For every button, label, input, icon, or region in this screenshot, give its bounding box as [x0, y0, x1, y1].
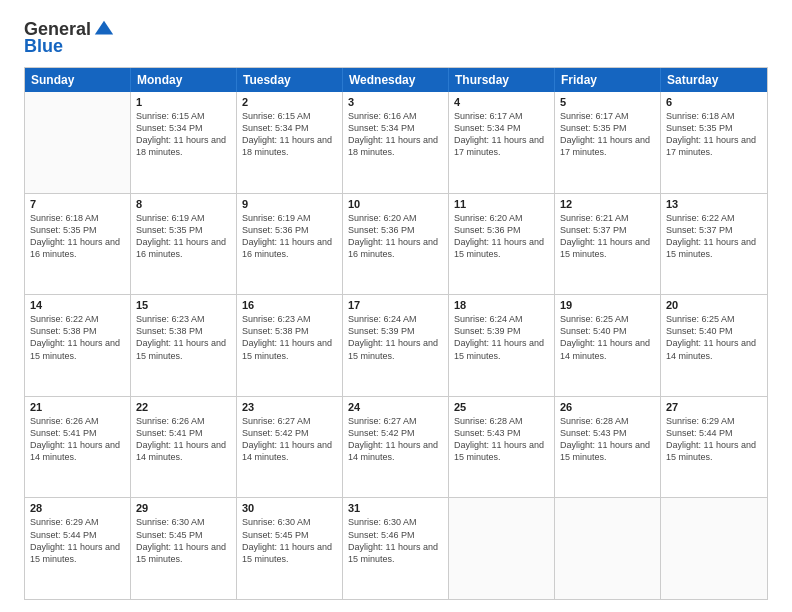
empty-cell — [661, 498, 767, 599]
day-cell-27: 27Sunrise: 6:29 AMSunset: 5:44 PMDayligh… — [661, 397, 767, 498]
calendar-header: SundayMondayTuesdayWednesdayThursdayFrid… — [25, 68, 767, 92]
day-cell-2: 2Sunrise: 6:15 AMSunset: 5:34 PMDaylight… — [237, 92, 343, 193]
day-cell-1: 1Sunrise: 6:15 AMSunset: 5:34 PMDaylight… — [131, 92, 237, 193]
calendar-row-2: 7Sunrise: 6:18 AMSunset: 5:35 PMDaylight… — [25, 194, 767, 296]
day-number: 16 — [242, 299, 337, 311]
calendar-row-1: 1Sunrise: 6:15 AMSunset: 5:34 PMDaylight… — [25, 92, 767, 194]
svg-marker-0 — [95, 21, 113, 35]
day-number: 2 — [242, 96, 337, 108]
day-info: Sunrise: 6:22 AMSunset: 5:37 PMDaylight:… — [666, 212, 762, 261]
empty-cell — [25, 92, 131, 193]
day-info: Sunrise: 6:25 AMSunset: 5:40 PMDaylight:… — [560, 313, 655, 362]
logo-blue: Blue — [24, 36, 63, 57]
day-info: Sunrise: 6:30 AMSunset: 5:45 PMDaylight:… — [242, 516, 337, 565]
day-cell-25: 25Sunrise: 6:28 AMSunset: 5:43 PMDayligh… — [449, 397, 555, 498]
day-cell-5: 5Sunrise: 6:17 AMSunset: 5:35 PMDaylight… — [555, 92, 661, 193]
day-number: 8 — [136, 198, 231, 210]
day-cell-23: 23Sunrise: 6:27 AMSunset: 5:42 PMDayligh… — [237, 397, 343, 498]
day-cell-31: 31Sunrise: 6:30 AMSunset: 5:46 PMDayligh… — [343, 498, 449, 599]
day-info: Sunrise: 6:23 AMSunset: 5:38 PMDaylight:… — [136, 313, 231, 362]
day-cell-15: 15Sunrise: 6:23 AMSunset: 5:38 PMDayligh… — [131, 295, 237, 396]
day-cell-14: 14Sunrise: 6:22 AMSunset: 5:38 PMDayligh… — [25, 295, 131, 396]
day-cell-20: 20Sunrise: 6:25 AMSunset: 5:40 PMDayligh… — [661, 295, 767, 396]
day-number: 18 — [454, 299, 549, 311]
day-number: 10 — [348, 198, 443, 210]
day-number: 12 — [560, 198, 655, 210]
empty-cell — [449, 498, 555, 599]
day-info: Sunrise: 6:17 AMSunset: 5:34 PMDaylight:… — [454, 110, 549, 159]
day-number: 21 — [30, 401, 125, 413]
day-number: 20 — [666, 299, 762, 311]
day-info: Sunrise: 6:18 AMSunset: 5:35 PMDaylight:… — [30, 212, 125, 261]
day-number: 4 — [454, 96, 549, 108]
day-number: 1 — [136, 96, 231, 108]
day-info: Sunrise: 6:15 AMSunset: 5:34 PMDaylight:… — [242, 110, 337, 159]
day-number: 13 — [666, 198, 762, 210]
day-number: 14 — [30, 299, 125, 311]
day-number: 27 — [666, 401, 762, 413]
day-cell-22: 22Sunrise: 6:26 AMSunset: 5:41 PMDayligh… — [131, 397, 237, 498]
header-day-monday: Monday — [131, 68, 237, 92]
day-cell-24: 24Sunrise: 6:27 AMSunset: 5:42 PMDayligh… — [343, 397, 449, 498]
day-info: Sunrise: 6:19 AMSunset: 5:35 PMDaylight:… — [136, 212, 231, 261]
day-info: Sunrise: 6:22 AMSunset: 5:38 PMDaylight:… — [30, 313, 125, 362]
day-number: 23 — [242, 401, 337, 413]
day-cell-19: 19Sunrise: 6:25 AMSunset: 5:40 PMDayligh… — [555, 295, 661, 396]
day-number: 26 — [560, 401, 655, 413]
day-cell-17: 17Sunrise: 6:24 AMSunset: 5:39 PMDayligh… — [343, 295, 449, 396]
header-day-thursday: Thursday — [449, 68, 555, 92]
day-cell-18: 18Sunrise: 6:24 AMSunset: 5:39 PMDayligh… — [449, 295, 555, 396]
day-number: 25 — [454, 401, 549, 413]
page-header: General Blue — [24, 18, 768, 57]
calendar-row-5: 28Sunrise: 6:29 AMSunset: 5:44 PMDayligh… — [25, 498, 767, 599]
day-number: 11 — [454, 198, 549, 210]
day-info: Sunrise: 6:19 AMSunset: 5:36 PMDaylight:… — [242, 212, 337, 261]
day-cell-9: 9Sunrise: 6:19 AMSunset: 5:36 PMDaylight… — [237, 194, 343, 295]
day-info: Sunrise: 6:20 AMSunset: 5:36 PMDaylight:… — [454, 212, 549, 261]
header-day-saturday: Saturday — [661, 68, 767, 92]
logo-icon — [93, 18, 115, 40]
calendar-row-4: 21Sunrise: 6:26 AMSunset: 5:41 PMDayligh… — [25, 397, 767, 499]
day-number: 15 — [136, 299, 231, 311]
day-number: 7 — [30, 198, 125, 210]
day-info: Sunrise: 6:24 AMSunset: 5:39 PMDaylight:… — [454, 313, 549, 362]
day-cell-3: 3Sunrise: 6:16 AMSunset: 5:34 PMDaylight… — [343, 92, 449, 193]
day-cell-11: 11Sunrise: 6:20 AMSunset: 5:36 PMDayligh… — [449, 194, 555, 295]
day-info: Sunrise: 6:30 AMSunset: 5:45 PMDaylight:… — [136, 516, 231, 565]
day-info: Sunrise: 6:29 AMSunset: 5:44 PMDaylight:… — [30, 516, 125, 565]
day-info: Sunrise: 6:27 AMSunset: 5:42 PMDaylight:… — [242, 415, 337, 464]
day-number: 17 — [348, 299, 443, 311]
day-number: 19 — [560, 299, 655, 311]
day-cell-6: 6Sunrise: 6:18 AMSunset: 5:35 PMDaylight… — [661, 92, 767, 193]
day-cell-30: 30Sunrise: 6:30 AMSunset: 5:45 PMDayligh… — [237, 498, 343, 599]
day-cell-26: 26Sunrise: 6:28 AMSunset: 5:43 PMDayligh… — [555, 397, 661, 498]
day-info: Sunrise: 6:29 AMSunset: 5:44 PMDaylight:… — [666, 415, 762, 464]
day-number: 9 — [242, 198, 337, 210]
day-info: Sunrise: 6:26 AMSunset: 5:41 PMDaylight:… — [136, 415, 231, 464]
calendar: SundayMondayTuesdayWednesdayThursdayFrid… — [24, 67, 768, 600]
day-number: 5 — [560, 96, 655, 108]
day-number: 29 — [136, 502, 231, 514]
calendar-body: 1Sunrise: 6:15 AMSunset: 5:34 PMDaylight… — [25, 92, 767, 599]
header-day-friday: Friday — [555, 68, 661, 92]
day-info: Sunrise: 6:17 AMSunset: 5:35 PMDaylight:… — [560, 110, 655, 159]
day-info: Sunrise: 6:20 AMSunset: 5:36 PMDaylight:… — [348, 212, 443, 261]
day-cell-4: 4Sunrise: 6:17 AMSunset: 5:34 PMDaylight… — [449, 92, 555, 193]
logo: General Blue — [24, 18, 115, 57]
header-day-tuesday: Tuesday — [237, 68, 343, 92]
day-number: 31 — [348, 502, 443, 514]
day-info: Sunrise: 6:21 AMSunset: 5:37 PMDaylight:… — [560, 212, 655, 261]
day-cell-28: 28Sunrise: 6:29 AMSunset: 5:44 PMDayligh… — [25, 498, 131, 599]
calendar-row-3: 14Sunrise: 6:22 AMSunset: 5:38 PMDayligh… — [25, 295, 767, 397]
day-number: 6 — [666, 96, 762, 108]
day-cell-8: 8Sunrise: 6:19 AMSunset: 5:35 PMDaylight… — [131, 194, 237, 295]
header-day-sunday: Sunday — [25, 68, 131, 92]
day-number: 28 — [30, 502, 125, 514]
day-info: Sunrise: 6:15 AMSunset: 5:34 PMDaylight:… — [136, 110, 231, 159]
day-info: Sunrise: 6:28 AMSunset: 5:43 PMDaylight:… — [454, 415, 549, 464]
day-cell-7: 7Sunrise: 6:18 AMSunset: 5:35 PMDaylight… — [25, 194, 131, 295]
day-info: Sunrise: 6:26 AMSunset: 5:41 PMDaylight:… — [30, 415, 125, 464]
day-info: Sunrise: 6:25 AMSunset: 5:40 PMDaylight:… — [666, 313, 762, 362]
day-number: 24 — [348, 401, 443, 413]
header-day-wednesday: Wednesday — [343, 68, 449, 92]
